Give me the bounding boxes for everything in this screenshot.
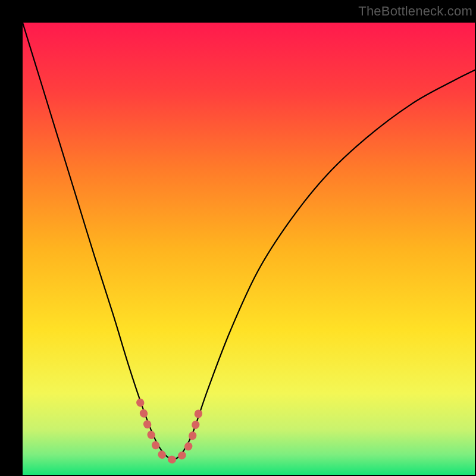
chart-frame: TheBottleneck.com (0, 0, 476, 476)
attribution-label: TheBottleneck.com (358, 4, 472, 19)
accent-valley (140, 402, 199, 459)
plot-area (23, 23, 475, 475)
curve-layer (23, 23, 475, 475)
bottleneck-curve (23, 23, 475, 459)
